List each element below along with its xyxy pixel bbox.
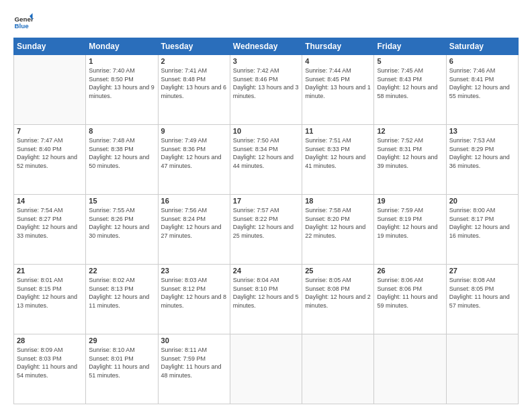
day-info: Sunrise: 7:40 AMSunset: 8:50 PMDaylight:… bbox=[89, 66, 154, 100]
calendar-cell bbox=[14, 55, 86, 125]
day-info: Sunrise: 7:54 AMSunset: 8:27 PMDaylight:… bbox=[17, 206, 83, 240]
day-info: Sunrise: 8:04 AMSunset: 8:10 PMDaylight:… bbox=[233, 276, 299, 310]
day-number: 4 bbox=[305, 57, 371, 65]
page: General Blue SundayMondayTuesdayWednesda… bbox=[0, 0, 532, 411]
calendar-cell bbox=[374, 334, 446, 404]
day-number: 5 bbox=[377, 57, 443, 65]
day-info: Sunrise: 7:47 AMSunset: 8:40 PMDaylight:… bbox=[17, 136, 83, 170]
weekday-header-wednesday: Wednesday bbox=[230, 38, 302, 55]
day-info: Sunrise: 8:09 AMSunset: 8:03 PMDaylight:… bbox=[17, 346, 83, 379]
day-number: 18 bbox=[305, 197, 371, 205]
calendar-cell: 8Sunrise: 7:48 AMSunset: 8:38 PMDaylight… bbox=[86, 125, 158, 195]
calendar-cell: 1Sunrise: 7:40 AMSunset: 8:50 PMDaylight… bbox=[86, 55, 158, 125]
day-number: 3 bbox=[233, 57, 299, 65]
day-info: Sunrise: 7:58 AMSunset: 8:20 PMDaylight:… bbox=[305, 206, 371, 240]
calendar-cell: 30Sunrise: 8:11 AMSunset: 7:59 PMDayligh… bbox=[158, 334, 230, 404]
day-number: 24 bbox=[233, 267, 299, 275]
weekday-header-thursday: Thursday bbox=[302, 38, 374, 55]
calendar-cell: 5Sunrise: 7:45 AMSunset: 8:43 PMDaylight… bbox=[374, 55, 446, 125]
day-info: Sunrise: 7:59 AMSunset: 8:19 PMDaylight:… bbox=[377, 206, 443, 240]
calendar-cell: 16Sunrise: 7:56 AMSunset: 8:24 PMDayligh… bbox=[158, 195, 230, 265]
weekday-header-sunday: Sunday bbox=[14, 38, 86, 55]
day-number: 17 bbox=[233, 197, 299, 205]
day-info: Sunrise: 7:56 AMSunset: 8:24 PMDaylight:… bbox=[161, 206, 227, 240]
calendar-cell: 12Sunrise: 7:52 AMSunset: 8:31 PMDayligh… bbox=[374, 125, 446, 195]
calendar-cell: 15Sunrise: 7:55 AMSunset: 8:26 PMDayligh… bbox=[86, 195, 158, 265]
calendar-cell: 11Sunrise: 7:51 AMSunset: 8:33 PMDayligh… bbox=[302, 125, 374, 195]
calendar-cell: 17Sunrise: 7:57 AMSunset: 8:22 PMDayligh… bbox=[230, 195, 302, 265]
day-info: Sunrise: 8:01 AMSunset: 8:15 PMDaylight:… bbox=[17, 276, 83, 310]
day-number: 26 bbox=[377, 267, 443, 275]
day-info: Sunrise: 7:55 AMSunset: 8:26 PMDaylight:… bbox=[89, 206, 154, 240]
logo-icon: General Blue bbox=[13, 12, 34, 32]
day-number: 28 bbox=[17, 336, 83, 345]
day-info: Sunrise: 7:52 AMSunset: 8:31 PMDaylight:… bbox=[377, 136, 443, 170]
day-number: 12 bbox=[377, 127, 443, 135]
day-number: 7 bbox=[17, 127, 83, 135]
calendar-cell: 13Sunrise: 7:53 AMSunset: 8:29 PMDayligh… bbox=[446, 125, 518, 195]
calendar-cell: 24Sunrise: 8:04 AMSunset: 8:10 PMDayligh… bbox=[230, 265, 302, 334]
calendar-cell: 6Sunrise: 7:46 AMSunset: 8:41 PMDaylight… bbox=[446, 55, 518, 125]
day-number: 16 bbox=[161, 197, 227, 205]
calendar-cell: 18Sunrise: 7:58 AMSunset: 8:20 PMDayligh… bbox=[302, 195, 374, 265]
logo: General Blue bbox=[13, 12, 34, 32]
day-number: 13 bbox=[449, 127, 515, 135]
day-info: Sunrise: 7:48 AMSunset: 8:38 PMDaylight:… bbox=[89, 136, 154, 170]
calendar-cell: 20Sunrise: 8:00 AMSunset: 8:17 PMDayligh… bbox=[446, 195, 518, 265]
day-number: 25 bbox=[305, 267, 371, 275]
day-number: 22 bbox=[89, 267, 154, 275]
day-number: 14 bbox=[17, 197, 83, 205]
day-info: Sunrise: 7:44 AMSunset: 8:45 PMDaylight:… bbox=[305, 66, 371, 100]
calendar-cell bbox=[302, 334, 374, 404]
day-number: 11 bbox=[305, 127, 371, 135]
calendar-cell: 19Sunrise: 7:59 AMSunset: 8:19 PMDayligh… bbox=[374, 195, 446, 265]
calendar-cell: 26Sunrise: 8:06 AMSunset: 8:06 PMDayligh… bbox=[374, 265, 446, 334]
day-number: 1 bbox=[89, 57, 154, 65]
calendar-cell: 28Sunrise: 8:09 AMSunset: 8:03 PMDayligh… bbox=[14, 334, 86, 404]
day-info: Sunrise: 8:11 AMSunset: 7:59 PMDaylight:… bbox=[161, 346, 227, 379]
day-info: Sunrise: 8:00 AMSunset: 8:17 PMDaylight:… bbox=[449, 206, 515, 240]
calendar-cell: 7Sunrise: 7:47 AMSunset: 8:40 PMDaylight… bbox=[14, 125, 86, 195]
day-number: 29 bbox=[89, 336, 154, 345]
weekday-header-saturday: Saturday bbox=[446, 38, 518, 55]
calendar-cell: 4Sunrise: 7:44 AMSunset: 8:45 PMDaylight… bbox=[302, 55, 374, 125]
calendar-cell: 21Sunrise: 8:01 AMSunset: 8:15 PMDayligh… bbox=[14, 265, 86, 334]
calendar-cell: 27Sunrise: 8:08 AMSunset: 8:05 PMDayligh… bbox=[446, 265, 518, 334]
calendar-cell: 9Sunrise: 7:49 AMSunset: 8:36 PMDaylight… bbox=[158, 125, 230, 195]
day-info: Sunrise: 8:05 AMSunset: 8:08 PMDaylight:… bbox=[305, 276, 371, 310]
day-number: 20 bbox=[449, 197, 515, 205]
day-info: Sunrise: 7:51 AMSunset: 8:33 PMDaylight:… bbox=[305, 136, 371, 170]
day-number: 6 bbox=[449, 57, 515, 65]
day-info: Sunrise: 7:53 AMSunset: 8:29 PMDaylight:… bbox=[449, 136, 515, 170]
calendar-cell: 10Sunrise: 7:50 AMSunset: 8:34 PMDayligh… bbox=[230, 125, 302, 195]
weekday-header-friday: Friday bbox=[374, 38, 446, 55]
calendar-cell: 25Sunrise: 8:05 AMSunset: 8:08 PMDayligh… bbox=[302, 265, 374, 334]
day-info: Sunrise: 8:03 AMSunset: 8:12 PMDaylight:… bbox=[161, 276, 227, 310]
day-info: Sunrise: 7:42 AMSunset: 8:46 PMDaylight:… bbox=[233, 66, 299, 100]
weekday-header-tuesday: Tuesday bbox=[158, 38, 230, 55]
day-info: Sunrise: 7:41 AMSunset: 8:48 PMDaylight:… bbox=[161, 66, 227, 100]
weekday-header-monday: Monday bbox=[86, 38, 158, 55]
day-info: Sunrise: 7:45 AMSunset: 8:43 PMDaylight:… bbox=[377, 66, 443, 100]
calendar: SundayMondayTuesdayWednesdayThursdayFrid… bbox=[13, 38, 519, 404]
day-info: Sunrise: 8:06 AMSunset: 8:06 PMDaylight:… bbox=[377, 276, 443, 310]
day-info: Sunrise: 7:57 AMSunset: 8:22 PMDaylight:… bbox=[233, 206, 299, 240]
svg-text:Blue: Blue bbox=[15, 22, 30, 30]
calendar-cell: 3Sunrise: 7:42 AMSunset: 8:46 PMDaylight… bbox=[230, 55, 302, 125]
calendar-cell bbox=[446, 334, 518, 404]
day-number: 19 bbox=[377, 197, 443, 205]
day-number: 23 bbox=[161, 267, 227, 275]
calendar-cell: 29Sunrise: 8:10 AMSunset: 8:01 PMDayligh… bbox=[86, 334, 158, 404]
day-number: 30 bbox=[161, 336, 227, 345]
day-number: 27 bbox=[449, 267, 515, 275]
day-info: Sunrise: 7:49 AMSunset: 8:36 PMDaylight:… bbox=[161, 136, 227, 170]
calendar-cell: 14Sunrise: 7:54 AMSunset: 8:27 PMDayligh… bbox=[14, 195, 86, 265]
calendar-cell: 2Sunrise: 7:41 AMSunset: 8:48 PMDaylight… bbox=[158, 55, 230, 125]
day-info: Sunrise: 8:10 AMSunset: 8:01 PMDaylight:… bbox=[89, 346, 154, 379]
day-number: 8 bbox=[89, 127, 154, 135]
day-info: Sunrise: 7:50 AMSunset: 8:34 PMDaylight:… bbox=[233, 136, 299, 170]
day-info: Sunrise: 8:02 AMSunset: 8:13 PMDaylight:… bbox=[89, 276, 154, 310]
calendar-cell bbox=[230, 334, 302, 404]
day-info: Sunrise: 8:08 AMSunset: 8:05 PMDaylight:… bbox=[449, 276, 515, 310]
day-number: 10 bbox=[233, 127, 299, 135]
